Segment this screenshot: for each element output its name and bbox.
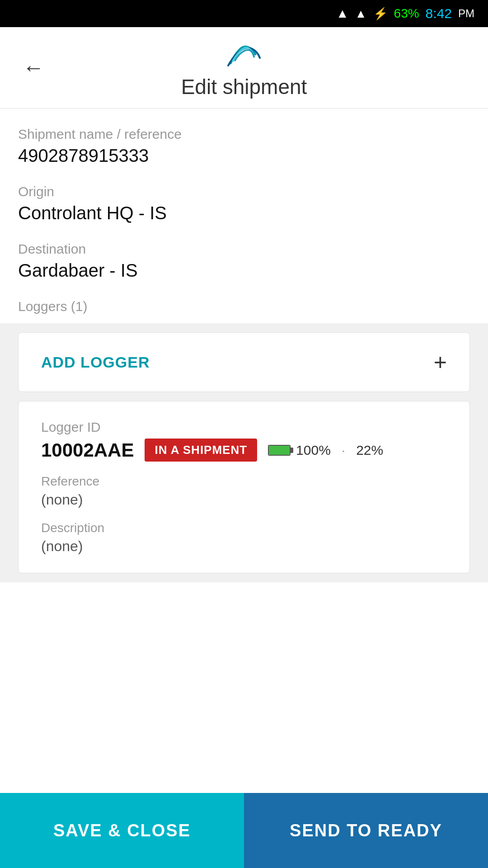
am-pm-label: PM [458, 7, 474, 20]
status-bar: ▲ ▲ ⚡ 63% 8:42 PM [0, 0, 488, 27]
destination-group: Destination Gardabaer - IS [18, 241, 470, 281]
logger-id-label: Logger ID [41, 420, 447, 435]
logger-status-badge: IN A SHIPMENT [145, 439, 257, 462]
logo-svg [226, 41, 262, 68]
add-logger-label: ADD LOGGER [41, 354, 150, 371]
add-logger-card[interactable]: ADD LOGGER + [18, 332, 470, 392]
add-icon: + [434, 351, 447, 373]
main-content: Shipment name / reference 4902878915333 … [0, 108, 488, 281]
origin-group: Origin Controlant HQ - IS [18, 184, 470, 223]
loggers-section-header: Loggers (1) [0, 299, 488, 314]
signal-percent: 22% [356, 443, 383, 458]
save-close-button[interactable]: SAVE & CLOSE [0, 793, 244, 868]
shipment-name-group: Shipment name / reference 4902878915333 [18, 127, 470, 166]
bottom-buttons: SAVE & CLOSE SEND TO READY [0, 793, 488, 868]
battery-status: 100% [268, 443, 331, 458]
battery-bar-inner [269, 446, 290, 455]
shipment-name-label: Shipment name / reference [18, 127, 470, 142]
status-icons: ▲ ▲ ⚡ 63% 8:42 PM [336, 6, 474, 21]
shipment-name-value: 4902878915333 [18, 146, 470, 166]
description-value: (none) [41, 538, 447, 555]
send-to-ready-button[interactable]: SEND TO READY [244, 793, 488, 868]
battery-bar-tip [291, 448, 293, 453]
signal-icon: ▲ [355, 7, 367, 21]
battery-percent: 63% [394, 6, 419, 21]
logger-id-row: 10002AAE IN A SHIPMENT 100% · 22% [41, 439, 447, 462]
destination-value: Gardabaer - IS [18, 260, 470, 281]
logger-card: Logger ID 10002AAE IN A SHIPMENT 100% · … [18, 401, 470, 573]
reference-value: (none) [41, 491, 447, 508]
battery-bar [268, 445, 291, 456]
origin-label: Origin [18, 184, 470, 199]
back-button[interactable]: ← [18, 52, 49, 83]
battery-bar-outer [268, 445, 291, 456]
wifi-icon: ▲ [336, 6, 349, 21]
page-title: Edit shipment [181, 75, 307, 99]
time-display: 8:42 [426, 6, 452, 21]
origin-value: Controlant HQ - IS [18, 203, 470, 223]
battery-percent-logger: 100% [296, 443, 331, 458]
battery-icon: ⚡ [373, 7, 388, 21]
description-label: Description [41, 521, 447, 535]
dot-separator: · [342, 443, 345, 458]
reference-label: Reference [41, 474, 447, 489]
loggers-section: ADD LOGGER + Logger ID 10002AAE IN A SHI… [0, 323, 488, 582]
destination-label: Destination [18, 241, 470, 257]
logo [226, 41, 262, 68]
logger-id-value: 10002AAE [41, 439, 134, 461]
header: ← Edit shipment [0, 27, 488, 108]
